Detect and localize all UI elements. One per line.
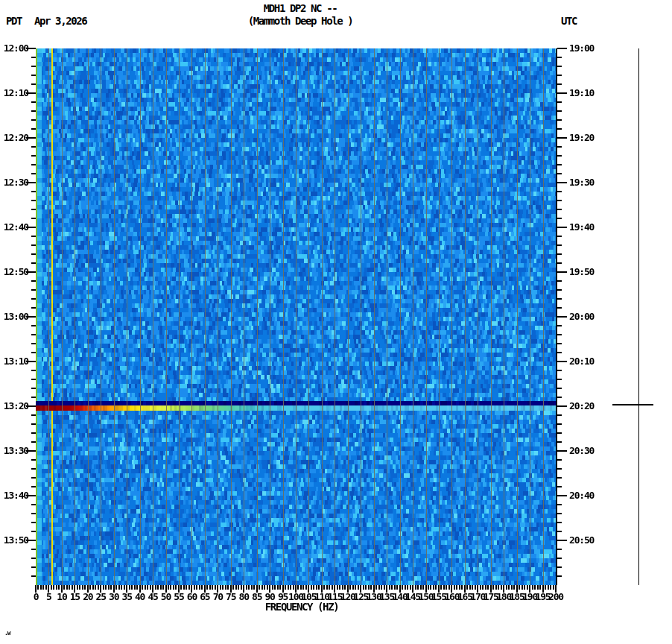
left-axis-major-tick bbox=[26, 405, 36, 407]
right-axis-minor-tick bbox=[557, 441, 562, 443]
x-axis-minor-tick bbox=[162, 585, 164, 590]
x-axis-minor-tick bbox=[259, 585, 260, 590]
x-axis-minor-tick bbox=[220, 585, 221, 590]
x-axis-minor-tick bbox=[98, 585, 99, 590]
right-axis-minor-tick bbox=[557, 164, 562, 165]
right-axis-minor-tick bbox=[557, 262, 562, 264]
left-axis-label: 12:30 bbox=[0, 177, 28, 188]
x-axis-minor-tick bbox=[522, 585, 523, 590]
x-axis-minor-tick bbox=[407, 585, 408, 590]
x-axis-label: 135 bbox=[364, 591, 409, 602]
x-axis-minor-tick bbox=[428, 585, 429, 590]
timezone-right-label: UTC bbox=[561, 15, 577, 27]
x-axis-minor-tick bbox=[235, 585, 237, 590]
x-axis-minor-tick bbox=[475, 585, 476, 590]
right-axis-minor-tick bbox=[557, 244, 562, 246]
right-axis-minor-tick bbox=[557, 289, 562, 291]
left-axis-major-tick bbox=[26, 540, 36, 541]
x-axis-major-tick bbox=[438, 585, 440, 593]
right-axis-minor-tick bbox=[557, 155, 562, 157]
x-axis-label: 165 bbox=[443, 591, 487, 602]
x-axis-minor-tick bbox=[105, 585, 107, 590]
x-axis-minor-tick bbox=[456, 585, 457, 590]
x-axis-major-tick bbox=[35, 585, 37, 593]
right-axis-minor-tick bbox=[557, 352, 562, 353]
x-axis-minor-tick bbox=[51, 585, 52, 590]
x-axis-major-tick bbox=[126, 585, 127, 593]
x-axis-minor-tick bbox=[110, 585, 112, 590]
x-axis-minor-tick bbox=[40, 585, 42, 590]
x-axis-minor-tick bbox=[440, 585, 442, 590]
x-axis-minor-tick bbox=[329, 585, 330, 590]
right-axis-major-tick bbox=[557, 137, 567, 139]
x-axis-major-tick bbox=[282, 585, 284, 593]
x-axis-minor-tick bbox=[443, 585, 445, 590]
right-axis-minor-tick bbox=[557, 379, 562, 380]
x-axis-minor-tick bbox=[142, 585, 143, 590]
right-axis-major-tick bbox=[557, 361, 567, 362]
x-axis-label: 55 bbox=[156, 591, 201, 602]
x-axis-minor-tick bbox=[79, 585, 80, 590]
x-axis-major-tick bbox=[308, 585, 309, 593]
x-axis-minor-tick bbox=[405, 585, 406, 590]
right-axis-label: 19:50 bbox=[569, 266, 594, 277]
x-axis-major-tick bbox=[425, 585, 427, 593]
x-axis-label: 185 bbox=[495, 591, 539, 602]
x-axis-minor-tick bbox=[194, 585, 195, 590]
x-axis-major-tick bbox=[139, 585, 141, 593]
x-axis-minor-tick bbox=[402, 585, 403, 590]
x-axis-label: 180 bbox=[481, 591, 526, 602]
x-axis-minor-tick bbox=[225, 585, 226, 590]
right-axis-minor-tick bbox=[557, 83, 562, 85]
x-axis-minor-tick bbox=[272, 585, 273, 590]
x-axis-major-tick bbox=[295, 585, 297, 593]
x-axis-minor-tick bbox=[527, 585, 528, 590]
x-axis-minor-tick bbox=[136, 585, 138, 590]
x-axis-label: 50 bbox=[144, 591, 188, 602]
x-axis-minor-tick bbox=[466, 585, 468, 590]
right-axis-minor-tick bbox=[557, 558, 562, 559]
x-axis-label: 190 bbox=[507, 591, 552, 602]
x-axis-minor-tick bbox=[381, 585, 382, 590]
x-axis-minor-tick bbox=[124, 585, 125, 590]
x-axis-major-tick bbox=[217, 585, 218, 593]
right-axis-minor-tick bbox=[557, 236, 562, 237]
x-axis-minor-tick bbox=[352, 585, 354, 590]
right-axis-minor-tick bbox=[557, 504, 562, 505]
x-axis-minor-tick bbox=[435, 585, 437, 590]
x-axis-minor-tick bbox=[485, 585, 486, 590]
right-axis-label: 19:30 bbox=[569, 177, 594, 188]
x-axis-minor-tick bbox=[288, 585, 289, 590]
x-axis-label: 15 bbox=[52, 591, 97, 602]
left-axis-label: 13:20 bbox=[0, 400, 28, 411]
x-axis-major-tick bbox=[87, 585, 89, 593]
x-axis-major-tick bbox=[451, 585, 452, 593]
x-axis-label: 0 bbox=[13, 591, 58, 602]
x-axis-major-tick bbox=[100, 585, 101, 593]
x-axis-minor-tick bbox=[227, 585, 229, 590]
x-axis-minor-tick bbox=[168, 585, 169, 590]
right-axis-minor-tick bbox=[557, 75, 562, 76]
x-axis-label: 75 bbox=[209, 591, 253, 602]
right-axis-major-tick bbox=[557, 540, 567, 541]
right-axis-minor-tick bbox=[557, 119, 562, 121]
x-axis-minor-tick bbox=[384, 585, 385, 590]
right-axis-minor-tick bbox=[557, 253, 562, 255]
x-axis-label: 130 bbox=[352, 591, 396, 602]
left-axis-label: 12:10 bbox=[0, 87, 28, 98]
x-axis-minor-tick bbox=[45, 585, 47, 590]
right-axis-minor-tick bbox=[557, 191, 562, 192]
x-axis-label: 65 bbox=[183, 591, 227, 602]
right-axis-minor-tick bbox=[557, 531, 562, 532]
left-axis-major-tick bbox=[26, 48, 36, 49]
page-subtitle: (Mammoth Deep Hole ) bbox=[248, 15, 353, 27]
x-axis-minor-tick bbox=[108, 585, 110, 590]
x-axis-minor-tick bbox=[160, 585, 162, 590]
right-axis-minor-tick bbox=[557, 66, 562, 67]
x-axis-major-tick bbox=[555, 585, 557, 593]
x-axis-minor-tick bbox=[238, 585, 239, 590]
x-axis-minor-tick bbox=[150, 585, 151, 590]
right-axis-minor-tick bbox=[557, 477, 562, 479]
date-label: Apr 3,2026 bbox=[34, 15, 86, 27]
x-axis-minor-tick bbox=[537, 585, 539, 590]
